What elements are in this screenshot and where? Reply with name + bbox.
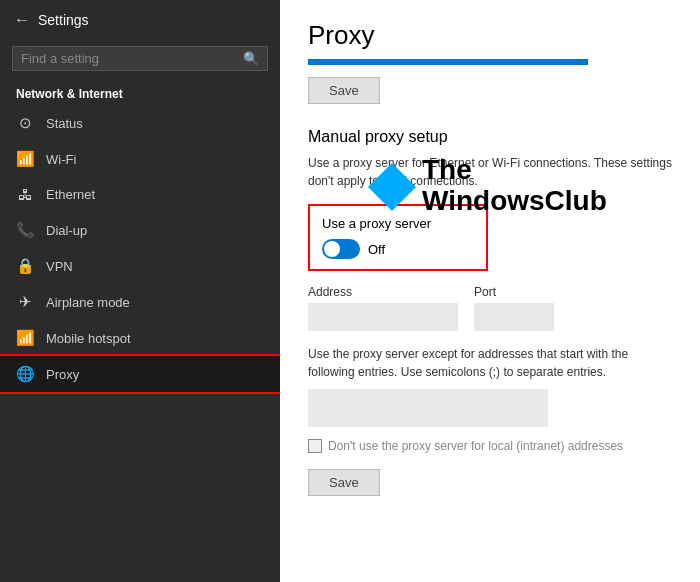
toggle-state-label: Off: [368, 242, 385, 257]
port-input[interactable]: [474, 303, 554, 331]
toggle-row: Off: [322, 239, 474, 259]
sidebar-item-wifi[interactable]: 📶 Wi-Fi: [0, 141, 280, 177]
auto-detect-bar: [308, 59, 588, 65]
sidebar-item-label: Wi-Fi: [46, 152, 76, 167]
dialup-icon: 📞: [16, 221, 34, 239]
status-icon: ⊙: [16, 114, 34, 132]
proxy-server-label: Use a proxy server: [322, 216, 474, 231]
sidebar-item-vpn[interactable]: 🔒 VPN: [0, 248, 280, 284]
address-label: Address: [308, 285, 458, 299]
sidebar-item-label: Status: [46, 116, 83, 131]
exceptions-textarea[interactable]: [308, 389, 548, 427]
sidebar-header: ← Settings: [0, 0, 280, 40]
proxy-server-box: Use a proxy server Off: [308, 204, 488, 271]
sidebar-item-label: VPN: [46, 259, 73, 274]
save-bottom-button[interactable]: Save: [308, 469, 380, 496]
sidebar: ← Settings 🔍 Network & Internet ⊙ Status…: [0, 0, 280, 582]
hotspot-icon: 📶: [16, 329, 34, 347]
sidebar-item-label: Ethernet: [46, 187, 95, 202]
exceptions-desc: Use the proxy server except for addresse…: [308, 345, 672, 381]
network-section-label: Network & Internet: [0, 81, 280, 105]
back-button[interactable]: ←: [14, 11, 30, 29]
manual-section-heading: Manual proxy setup: [308, 128, 672, 146]
sidebar-item-dialup[interactable]: 📞 Dial-up: [0, 212, 280, 248]
save-top-button[interactable]: Save: [308, 77, 380, 104]
search-icon: 🔍: [243, 51, 259, 66]
search-box[interactable]: 🔍: [12, 46, 268, 71]
port-field-group: Port: [474, 285, 554, 331]
airplane-icon: ✈: [16, 293, 34, 311]
proxy-icon: 🌐: [16, 365, 34, 383]
address-field-group: Address: [308, 285, 458, 331]
sidebar-item-label: Proxy: [46, 367, 79, 382]
address-input[interactable]: [308, 303, 458, 331]
page-title: Proxy: [308, 20, 672, 51]
toggle-knob: [324, 241, 340, 257]
sidebar-item-label: Dial-up: [46, 223, 87, 238]
sidebar-item-status[interactable]: ⊙ Status: [0, 105, 280, 141]
sidebar-item-label: Mobile hotspot: [46, 331, 131, 346]
sidebar-item-hotspot[interactable]: 📶 Mobile hotspot: [0, 320, 280, 356]
local-checkbox[interactable]: [308, 439, 322, 453]
sidebar-item-proxy[interactable]: 🌐 Proxy: [0, 356, 280, 392]
port-label: Port: [474, 285, 554, 299]
local-checkbox-label: Don't use the proxy server for local (in…: [328, 439, 623, 453]
proxy-toggle[interactable]: [322, 239, 360, 259]
address-port-row: Address Port: [308, 285, 672, 331]
local-checkbox-row: Don't use the proxy server for local (in…: [308, 439, 672, 453]
main-content: The WindowsClub Proxy Save Manual proxy …: [280, 0, 700, 582]
sidebar-item-ethernet[interactable]: 🖧 Ethernet: [0, 177, 280, 212]
search-input[interactable]: [21, 51, 243, 66]
vpn-icon: 🔒: [16, 257, 34, 275]
wifi-icon: 📶: [16, 150, 34, 168]
ethernet-icon: 🖧: [16, 186, 34, 203]
manual-section-desc: Use a proxy server for Ethernet or Wi-Fi…: [308, 154, 672, 190]
sidebar-item-airplane[interactable]: ✈ Airplane mode: [0, 284, 280, 320]
sidebar-item-label: Airplane mode: [46, 295, 130, 310]
sidebar-title: Settings: [38, 12, 89, 28]
